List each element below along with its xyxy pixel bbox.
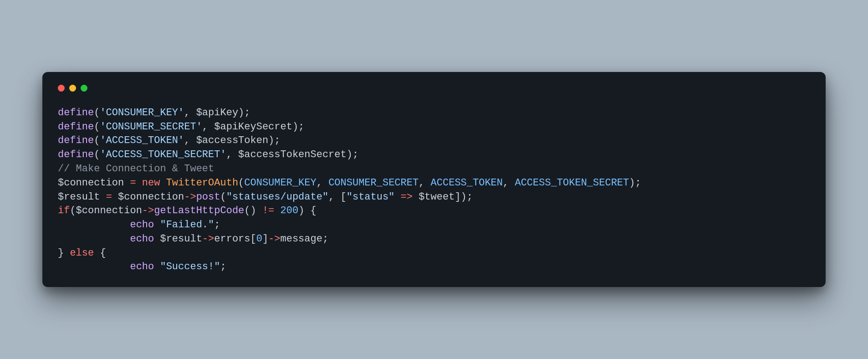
token-constant: CONSUMER_KEY	[244, 177, 316, 189]
minimize-icon[interactable]	[69, 85, 76, 92]
token-variable: $connection	[76, 205, 142, 216]
token-number: 200	[281, 205, 299, 216]
token-variable: $connection	[58, 177, 124, 189]
token-keyword: else	[70, 247, 94, 259]
token-operator: =	[130, 177, 136, 189]
token-string: "Success!"	[160, 261, 220, 272]
token-operator: !=	[262, 205, 274, 216]
token-operator: =	[106, 191, 112, 203]
token-keyword: if	[58, 205, 70, 216]
token-variable: $accessToken	[196, 135, 268, 146]
token-fn: define	[58, 149, 94, 160]
token-constant: ACCESS_TOKEN	[431, 177, 503, 189]
token-fn: echo	[130, 219, 154, 231]
token-operator: ->	[268, 233, 280, 245]
token-variable: $result	[58, 191, 100, 203]
token-fn: post	[196, 191, 220, 203]
token-variable: $accessTokenSecret	[238, 149, 347, 160]
token-comment: // Make Connection & Tweet	[58, 163, 214, 174]
token-fn: define	[58, 107, 94, 118]
token-string: 'CONSUMER_SECRET'	[100, 121, 202, 133]
token-string: 'ACCESS_TOKEN'	[100, 135, 184, 146]
token-operator: ->	[202, 233, 214, 245]
token-number: 0	[256, 233, 262, 245]
token-variable: $connection	[118, 191, 184, 203]
token-variable: $apiKey	[196, 107, 238, 118]
token-constant: CONSUMER_SECRET	[328, 177, 419, 189]
token-variable: $result	[160, 233, 202, 245]
close-icon[interactable]	[58, 85, 65, 92]
token-variable: $apiKeySecret	[214, 121, 292, 133]
token-property: errors	[214, 233, 250, 245]
token-operator: ->	[184, 191, 196, 203]
token-fn: define	[58, 121, 94, 133]
token-string: "Failed."	[160, 219, 214, 231]
token-variable: $tweet	[419, 191, 454, 203]
token-string: 'CONSUMER_KEY'	[100, 107, 184, 118]
token-string: "statuses/update"	[226, 191, 328, 203]
token-fn: getLastHttpCode	[154, 205, 244, 216]
token-operator: =>	[401, 191, 413, 203]
token-fn: echo	[130, 233, 154, 245]
token-operator: ->	[142, 205, 154, 216]
token-keyword: new	[142, 177, 160, 189]
token-property: message	[281, 233, 322, 245]
zoom-icon[interactable]	[81, 85, 87, 92]
token-string: 'ACCESS_TOKEN_SECRET'	[100, 149, 226, 160]
token-fn: define	[58, 135, 94, 146]
token-constant: ACCESS_TOKEN_SECRET	[515, 177, 629, 189]
code-window: define('CONSUMER_KEY', $apiKey); define(…	[42, 72, 826, 287]
token-string: "status"	[347, 191, 395, 203]
code-block: define('CONSUMER_KEY', $apiKey); define(…	[58, 106, 810, 275]
token-class: TwitterOAuth	[166, 177, 238, 189]
window-controls	[58, 85, 810, 92]
token-fn: echo	[130, 261, 154, 272]
